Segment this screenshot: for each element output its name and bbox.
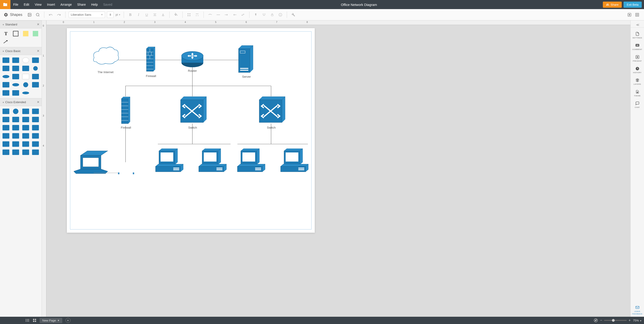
- node-firewall-1[interactable]: Firewall: [146, 47, 156, 78]
- distribute-icon[interactable]: [194, 11, 200, 18]
- feedback-button[interactable]: LEAVE FEEDBACK: [630, 303, 644, 317]
- zoom-in-icon[interactable]: +: [628, 318, 630, 323]
- font-select[interactable]: Liberation Sans ▼: [69, 11, 105, 18]
- lock-icon[interactable]: [269, 11, 276, 18]
- cisco-shape[interactable]: [12, 141, 20, 147]
- cisco-shape[interactable]: [12, 132, 20, 139]
- italic-icon[interactable]: I: [135, 11, 142, 18]
- section-cisco-extended[interactable]: ▼Cisco Extended ×: [0, 98, 42, 106]
- cisco-shape[interactable]: [2, 81, 10, 88]
- share-button[interactable]: Share: [603, 1, 622, 8]
- node-laptop[interactable]: [74, 151, 108, 174]
- close-icon[interactable]: ×: [37, 100, 39, 104]
- comment-button[interactable]: 99 COMMENT: [630, 41, 644, 52]
- cisco-shape[interactable]: [12, 81, 20, 88]
- cisco-shape[interactable]: [22, 73, 30, 80]
- zoom-value[interactable]: 75% ▼: [633, 319, 642, 322]
- play-icon[interactable]: [626, 11, 633, 18]
- present-button[interactable]: PRESENT: [630, 53, 644, 64]
- font-size-select[interactable]: 8: [107, 11, 114, 18]
- node-internet[interactable]: The Internet: [94, 47, 119, 74]
- node-router[interactable]: Router: [182, 51, 203, 72]
- cisco-shape[interactable]: [12, 73, 20, 80]
- magnet-icon[interactable]: [261, 11, 267, 18]
- swap-icon[interactable]: [240, 11, 246, 18]
- compass-icon[interactable]: [594, 318, 598, 323]
- redo-icon[interactable]: [56, 11, 62, 18]
- list-icon[interactable]: [26, 319, 30, 322]
- wrench-icon[interactable]: [290, 11, 296, 18]
- shape-text[interactable]: T: [2, 30, 10, 37]
- cisco-shape[interactable]: [12, 108, 20, 115]
- shape-note[interactable]: [22, 30, 30, 37]
- theme-button[interactable]: THEME: [630, 87, 644, 99]
- cisco-shape[interactable]: [32, 149, 40, 156]
- cisco-shape[interactable]: [2, 73, 10, 80]
- cisco-shape[interactable]: [22, 108, 30, 115]
- image-icon[interactable]: [26, 11, 33, 18]
- cisco-shape[interactable]: [12, 89, 20, 96]
- shape-rect[interactable]: [12, 30, 20, 37]
- menu-file[interactable]: File: [10, 0, 21, 9]
- cisco-shape[interactable]: [32, 124, 40, 131]
- cisco-shape[interactable]: [12, 149, 20, 156]
- cisco-shape[interactable]: [2, 116, 10, 123]
- cisco-shape[interactable]: [2, 65, 10, 72]
- arrow-end-icon[interactable]: [232, 11, 238, 18]
- node-switch-1[interactable]: Switch: [180, 97, 206, 129]
- cisco-shape[interactable]: [32, 108, 40, 115]
- node-pc-2[interactable]: [199, 149, 226, 172]
- canvas[interactable]: The Internet: [46, 25, 630, 317]
- grid-icon[interactable]: [33, 319, 36, 322]
- zoom-slider[interactable]: [604, 320, 627, 321]
- underline-icon[interactable]: U: [144, 11, 150, 18]
- info-icon[interactable]: [277, 11, 284, 18]
- cisco-shape[interactable]: [32, 73, 40, 80]
- line-weight-icon[interactable]: [215, 11, 222, 18]
- node-firewall-2[interactable]: Firewall: [121, 97, 131, 129]
- line-style-icon[interactable]: [207, 11, 213, 18]
- cisco-shape[interactable]: [2, 132, 10, 139]
- cisco-shape[interactable]: [2, 57, 10, 64]
- cisco-shape[interactable]: [2, 141, 10, 147]
- cisco-shape[interactable]: [32, 116, 40, 123]
- exit-beta-button[interactable]: Exit Beta: [624, 1, 642, 8]
- close-icon[interactable]: ×: [37, 49, 39, 53]
- lightning-icon[interactable]: [253, 11, 259, 18]
- node-pc-4[interactable]: [280, 149, 308, 172]
- history-button[interactable]: HISTORY: [630, 64, 644, 75]
- cisco-shape[interactable]: [12, 124, 20, 131]
- cisco-shape[interactable]: [22, 141, 30, 147]
- add-page-button[interactable]: +: [66, 318, 70, 323]
- cisco-shape[interactable]: [2, 89, 10, 96]
- menu-arrange[interactable]: Arrange: [58, 0, 74, 9]
- collapse-icon[interactable]: <<: [630, 22, 644, 28]
- section-cisco-basic[interactable]: ▼Cisco Basic ×: [0, 47, 42, 55]
- menu-edit[interactable]: Edit: [21, 0, 32, 9]
- layers-button[interactable]: LAYERS: [630, 76, 644, 87]
- bold-icon[interactable]: B: [127, 11, 134, 18]
- zoom-out-icon[interactable]: −: [600, 318, 602, 323]
- fullscreen-icon[interactable]: [634, 11, 640, 18]
- text-color-icon[interactable]: [160, 11, 166, 18]
- undo-icon[interactable]: [48, 11, 54, 18]
- align-icon[interactable]: [152, 11, 158, 18]
- cisco-shape[interactable]: [22, 89, 30, 96]
- page[interactable]: The Internet: [67, 28, 315, 233]
- menu-help[interactable]: Help: [88, 0, 100, 9]
- cisco-shape[interactable]: [2, 149, 10, 156]
- fill-icon[interactable]: [173, 11, 179, 18]
- cisco-shape[interactable]: [12, 57, 20, 64]
- close-icon[interactable]: ×: [37, 22, 39, 27]
- cisco-shape[interactable]: [22, 132, 30, 139]
- cisco-shape[interactable]: [12, 116, 20, 123]
- cisco-shape[interactable]: [32, 141, 40, 147]
- node-pc-1[interactable]: [156, 149, 183, 172]
- chat-button[interactable]: CHAT: [630, 99, 644, 110]
- cisco-shape[interactable]: [2, 108, 10, 115]
- page-tab[interactable]: New Page ▼: [40, 318, 62, 323]
- cisco-shape[interactable]: [22, 149, 30, 156]
- logo-icon[interactable]: [0, 0, 10, 9]
- cisco-shape[interactable]: [12, 65, 20, 72]
- cisco-shape[interactable]: [2, 124, 10, 131]
